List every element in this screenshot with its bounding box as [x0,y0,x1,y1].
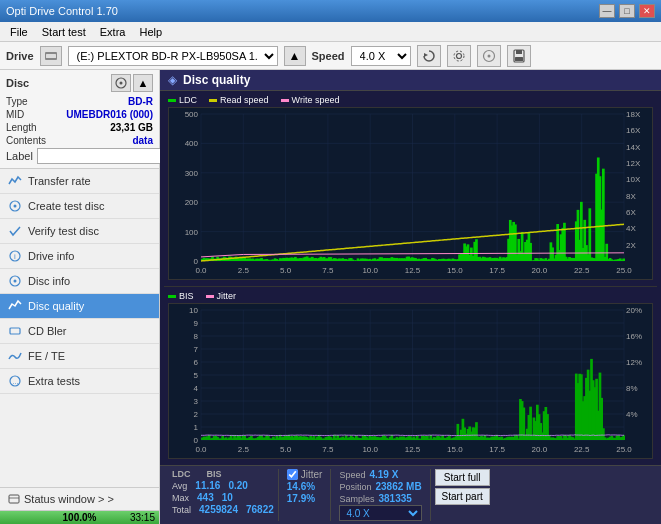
svg-text:...: ... [13,378,19,385]
status-window-label: Status window > > [24,493,114,505]
svg-rect-18 [10,328,20,334]
sidebar-item-transfer-rate[interactable]: Transfer rate [0,169,159,194]
bis-legend-label: BIS [179,291,194,301]
max-jitter: 17.9% [287,493,315,504]
menu-extra[interactable]: Extra [94,24,132,40]
position-value: 23862 MB [375,481,421,492]
save-icon [512,49,526,63]
progress-bar-container: 100.0% 33:15 [0,510,159,524]
speed-selector[interactable]: 4.0 X [339,505,421,521]
total-label: Total [172,505,191,515]
speed-select[interactable]: 4.0 X [351,46,411,66]
mid-label: MID [6,109,24,120]
verify-test-disc-label: Verify test disc [28,225,99,237]
sidebar-item-extra-tests[interactable]: ... Extra tests [0,369,159,394]
label-input[interactable] [37,148,170,164]
action-buttons: Start full Start part [435,469,490,521]
type-value: BD-R [128,96,153,107]
samples-key: Samples [339,494,374,504]
window-controls: — □ ✕ [599,4,655,18]
disc-button[interactable] [477,45,501,67]
sidebar-item-fe-te[interactable]: FE / TE [0,344,159,369]
svg-point-6 [487,54,490,57]
menu-help[interactable]: Help [133,24,168,40]
jitter-legend-label: Jitter [217,291,237,301]
refresh-icon [422,49,436,63]
contents-label: Contents [6,135,46,146]
transfer-rate-label: Transfer rate [28,175,91,187]
ldc-legend: LDC [168,95,197,105]
bis-legend-dot [168,295,176,298]
disc-label-row: Label ✎ [6,148,153,164]
disc-info-icon [8,274,22,288]
minimize-button[interactable]: — [599,4,615,18]
sidebar-item-verify-test-disc[interactable]: Verify test disc [0,219,159,244]
cd-bler-label: CD Bler [28,325,67,337]
jitter-legend-dot [206,295,214,298]
length-label: Length [6,122,37,133]
read-speed-legend: Read speed [209,95,269,105]
disc-section-title: Disc [6,77,29,89]
menu-file[interactable]: File [4,24,34,40]
jitter-checkbox[interactable] [287,469,298,480]
bottom-chart-wrapper: BIS Jitter [160,287,661,465]
disc-contents-row: Contents data [6,135,153,146]
eject-button[interactable]: ▲ [284,46,306,66]
top-chart-legend: LDC Read speed Write speed [168,95,653,105]
save-button[interactable] [507,45,531,67]
bottom-chart-canvas [169,304,652,458]
speed-label: Speed [312,50,345,62]
disc-eject-button[interactable]: ▲ [133,74,153,92]
maximize-button[interactable]: □ [619,4,635,18]
sidebar: Disc ▲ Type BD-R MID UMEBDR016 (00 [0,70,160,524]
svg-text:i: i [14,252,16,261]
max-ldc: 443 [197,492,214,503]
sidebar-item-disc-quality[interactable]: Disc quality [0,294,159,319]
settings-button[interactable] [447,45,471,67]
jitter-checkbox-row: Jitter [287,469,323,480]
menu-start-test[interactable]: Start test [36,24,92,40]
sidebar-item-cd-bler[interactable]: CD Bler [0,319,159,344]
mid-value: UMEBDR016 (000) [66,109,153,120]
stats-bar: LDC BIS Avg 11.16 0.20 Max 443 10 Total … [160,465,661,524]
create-test-disc-label: Create test disc [28,200,104,212]
sidebar-item-drive-info[interactable]: i Drive info [0,244,159,269]
speed-value: 4.19 X [369,469,398,480]
status-window-button[interactable]: Status window > > [0,488,159,510]
titlebar: Opti Drive Control 1.70 — □ ✕ [0,0,661,22]
bis-column-header: BIS [207,469,222,479]
drive-icon-button[interactable] [40,46,62,66]
svg-point-17 [14,280,17,283]
ldc-legend-dot [168,99,176,102]
write-speed-legend-dot [281,99,289,102]
type-label: Type [6,96,28,107]
status-section: Status window > > 100.0% 33:15 [0,487,159,524]
svg-point-3 [456,53,461,58]
sidebar-item-disc-info[interactable]: Disc info [0,269,159,294]
svg-point-13 [14,205,17,208]
sidebar-item-create-test-disc[interactable]: Create test disc [0,194,159,219]
samples-value: 381335 [378,493,411,504]
length-value: 23,31 GB [110,122,153,133]
refresh-button[interactable] [417,45,441,67]
drive-select[interactable]: (E:) PLEXTOR BD-R PX-LB950SA 1.06 [68,46,278,66]
extra-tests-label: Extra tests [28,375,80,387]
jitter-column-header: Jitter [301,469,323,480]
start-part-button[interactable]: Start part [435,488,490,505]
close-button[interactable]: ✕ [639,4,655,18]
svg-rect-8 [516,50,522,54]
top-chart-canvas [169,108,652,279]
transfer-rate-icon [8,174,22,188]
chart-header: ◈ Disc quality [160,70,661,91]
bottom-chart-legend: BIS Jitter [168,291,653,301]
disc-quality-icon [8,299,22,313]
cd-bler-icon [8,324,22,338]
start-full-button[interactable]: Start full [435,469,490,486]
main-layout: Disc ▲ Type BD-R MID UMEBDR016 (00 [0,70,661,524]
disc-icon [482,49,496,63]
verify-test-disc-icon [8,224,22,238]
avg-bis: 0.20 [228,480,247,491]
disc-load-button[interactable] [111,74,131,92]
max-label: Max [172,493,189,503]
app-title: Opti Drive Control 1.70 [6,5,118,17]
